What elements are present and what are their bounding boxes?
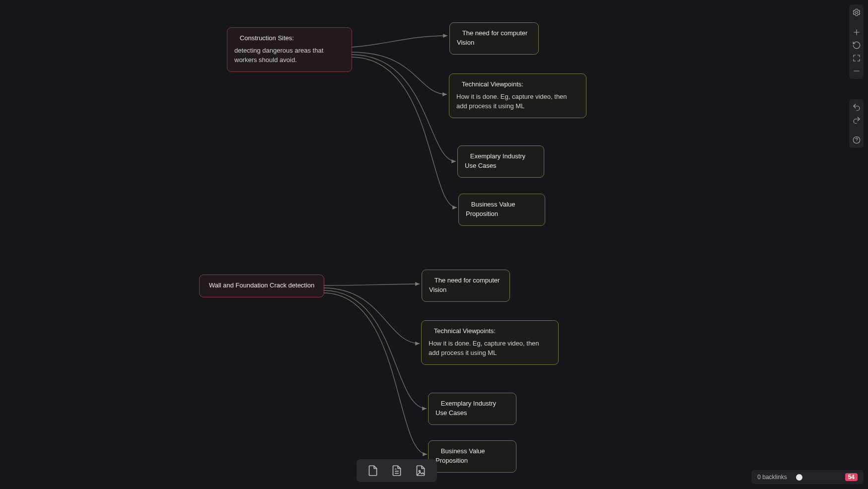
new-note-button[interactable] [365,463,380,478]
mindmap-canvas[interactable]: ...Construction Sites: detecting dangero… [0,0,868,489]
fullscreen-button[interactable] [852,53,862,63]
undo-button[interactable] [852,102,862,112]
svg-point-2 [856,141,857,142]
redo-button[interactable] [852,115,862,125]
node-title: ...The need for computer Vision [429,276,503,295]
zoom-in-button[interactable] [852,27,862,37]
svg-point-3 [419,471,420,472]
expand-icon [852,54,861,63]
status-dot[interactable] [796,474,802,481]
node-body: detecting dangerous areas that workers s… [234,46,345,65]
new-image-button[interactable] [413,463,428,478]
reset-button[interactable] [852,40,862,50]
node-technical-1[interactable]: ...Technical Viewpoints: How it is done.… [449,73,586,118]
node-need-cv-1[interactable]: ...The need for computer Vision [449,22,539,55]
node-use-cases-1[interactable]: ...Exemplary Industry Use Cases [457,145,544,178]
node-title: ...Technical Viewpoints: [429,327,551,336]
node-title: ...Exemplary Industry Use Cases [435,399,509,418]
node-business-value-2[interactable]: ...Business Value Proposition [428,440,516,473]
file-image-icon [414,464,427,477]
node-title: ...The need for computer Vision [457,29,531,48]
node-title: ...Business Value Proposition [466,200,538,219]
word-count-badge[interactable]: 54 [845,473,858,481]
node-construction-sites[interactable]: ...Construction Sites: detecting dangero… [227,27,352,72]
zoom-out-button[interactable] [852,66,862,76]
new-doc-button[interactable] [389,463,404,478]
node-need-cv-2[interactable]: ...The need for computer Vision [422,270,510,302]
bottom-status-bar: 0 backlinks 54 [751,470,864,484]
node-title: ...Technical Viewpoints: [456,80,579,89]
node-crack-detection[interactable]: Wall and Foundation Crack detection [199,275,324,297]
node-title: ...Construction Sites: [234,34,345,43]
minus-icon [852,67,861,75]
bottom-toolbar [357,459,437,482]
right-toolbar-history [849,99,864,148]
node-business-value-1[interactable]: ...Business Value Proposition [458,194,545,226]
plus-icon [852,28,861,37]
node-technical-2[interactable]: ...Technical Viewpoints: How it is done.… [421,320,559,365]
help-button[interactable] [852,135,862,145]
node-body: How it is done. Eg, capture video, then … [456,92,579,111]
svg-point-0 [855,11,858,14]
redo-icon [852,116,861,125]
gear-icon [852,8,861,17]
file-text-icon [390,464,403,477]
backlinks-label[interactable]: 0 backlinks [757,474,787,481]
node-title: ...Exemplary Industry Use Cases [465,152,537,171]
file-icon [366,464,379,477]
help-icon [852,136,861,144]
node-use-cases-2[interactable]: ...Exemplary Industry Use Cases [428,393,516,425]
node-title: ...Business Value Proposition [435,447,509,466]
node-title: Wall and Foundation Crack detection [207,281,317,290]
node-body: How it is done. Eg, capture video, then … [429,339,551,358]
undo-icon [852,103,861,112]
right-toolbar [849,4,864,79]
refresh-icon [852,41,861,50]
settings-button[interactable] [852,7,862,17]
